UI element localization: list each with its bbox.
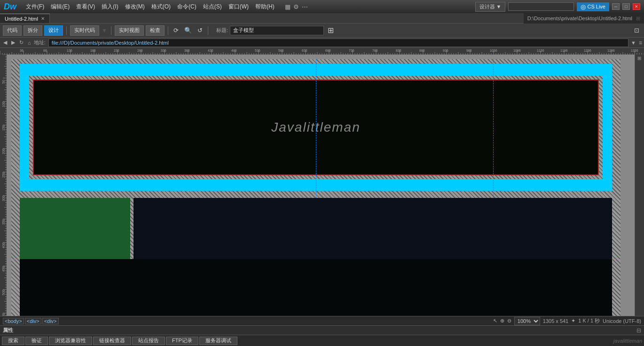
maximize-button[interactable]: □ <box>622 3 630 10</box>
div-very-dark-bottom[interactable] <box>20 259 612 316</box>
menu-format[interactable]: 格式(O) <box>149 2 173 12</box>
breadcrumb-div2[interactable]: <div> <box>42 318 59 324</box>
title-bar: Dw 文件(F) 编辑(E) 查看(V) 插入(I) 修改(M) 格式(O) 命… <box>0 0 644 13</box>
tab-link-checker[interactable]: 链接检查器 <box>93 337 131 345</box>
cs-live-icon: ◎ <box>581 3 586 10</box>
tab-ftp[interactable]: FTP记录 <box>166 337 198 345</box>
close-button[interactable]: ✕ <box>633 3 640 10</box>
live-code-arrow: ▼ <box>102 27 107 34</box>
title-icon[interactable]: ⊞ <box>326 25 336 36</box>
bottom-tab-group: 搜索 验证 浏览器兼容性 链接检查器 站点报告 FTP记录 服务器调试 <box>2 337 237 345</box>
v-ruler-canvas <box>0 55 7 316</box>
div-dark-content[interactable] <box>134 198 612 259</box>
home-button[interactable]: ⌂ <box>26 39 32 46</box>
toolbar-separator-3 <box>168 26 168 35</box>
menu-modify[interactable]: 修改(M) <box>122 2 148 12</box>
status-separator: ✦ <box>571 318 575 324</box>
address-go-icon[interactable]: ≡ <box>639 39 642 46</box>
menu-view[interactable]: 查看(V) <box>73 2 98 12</box>
breadcrumb: <body> <div> <div> <box>3 318 59 324</box>
panel-collapse-icon[interactable]: ⊟ <box>636 327 641 334</box>
tab-browser-compat[interactable]: 浏览器兼容性 <box>49 337 92 345</box>
designer-button[interactable]: 设计器 ▼ <box>475 2 506 12</box>
right-panel: ⊞ <box>635 55 644 316</box>
tab-label: Untitled-2.html <box>5 16 38 22</box>
body-hatch-wrapper: Javalittleman <box>11 59 620 316</box>
tab-row: Untitled-2.html ✕ D:\Documents\private\D… <box>0 13 644 24</box>
split-button[interactable]: 拆分 <box>24 25 42 36</box>
address-bar: ◀ ▶ ↻ ⌂ 地址: ▼ ≡ <box>0 38 644 48</box>
toolbar: 代码 拆分 设计 实时代码 ▼ 实时视图 检查 ⟳ 🔍 ↺ 标题: ⊞ ⊡ <box>0 24 644 38</box>
tab-validate[interactable]: 验证 <box>25 337 48 345</box>
tab-site-report[interactable]: 站点报告 <box>132 337 165 345</box>
search-input[interactable] <box>508 2 574 11</box>
status-bar: <body> <div> <div> ↖ ⊕ ⊖ 100% 1305 x 541… <box>0 316 644 325</box>
menu-edit[interactable]: 编辑(E) <box>48 2 72 12</box>
title-bar-right: 设计器 ▼ ◎ CS Live ─ □ ✕ <box>475 2 640 12</box>
design-button[interactable]: 设计 <box>44 25 63 36</box>
zoom-select[interactable]: 100% <box>514 317 540 325</box>
ruler-canvas <box>0 48 644 55</box>
menu-file[interactable]: 文件(F) <box>23 2 47 12</box>
sync-icon[interactable]: ↺ <box>196 26 204 35</box>
path-bar: D:\Documents\private\Desktop\Untitled-2.… <box>524 13 644 24</box>
toolbar-separator-4 <box>208 26 208 35</box>
menu-command[interactable]: 命令(C) <box>174 2 199 12</box>
vertical-ruler <box>0 55 7 316</box>
breadcrumb-body[interactable]: <body> <box>3 318 24 324</box>
tab-bar: Untitled-2.html ✕ <box>0 13 524 24</box>
title-bar-left: Dw 文件(F) 编辑(E) 查看(V) 插入(I) 修改(M) 格式(O) 命… <box>4 2 308 12</box>
address-label: 地址: <box>34 39 46 46</box>
toolbar-icon-grid[interactable]: ▦ <box>285 3 291 10</box>
tab-server-debug[interactable]: 服务器调试 <box>199 337 237 345</box>
toolbar-icon-extend[interactable]: ⋯ <box>302 3 308 10</box>
status-encoding: Unicode (UTF-8) <box>603 318 641 324</box>
tab-untitled[interactable]: Untitled-2.html ✕ <box>0 14 50 23</box>
toolbar-separator-2 <box>111 26 111 35</box>
live-code-button[interactable]: 实时代码 <box>70 25 99 36</box>
breadcrumb-div1[interactable]: <div> <box>25 318 41 324</box>
div-margin-box[interactable]: Javalittleman <box>20 64 612 191</box>
magnify-icon[interactable]: 🔍 <box>182 26 194 35</box>
title-label: 标题: <box>216 27 228 34</box>
status-right: ↖ ⊕ ⊖ 100% 1305 x 541 ✦ 1 K / 1 秒 Unicod… <box>493 317 641 325</box>
canvas-wrapper: Javalittleman <box>7 55 635 316</box>
menu-help[interactable]: 帮助(H) <box>252 2 277 12</box>
toolbar-separator-1 <box>66 26 67 35</box>
right-panel-expand[interactable]: ⊞ <box>637 56 642 60</box>
reload-button[interactable]: ↻ <box>18 39 25 46</box>
refresh-icon[interactable]: ⟳ <box>172 26 181 35</box>
menu-window[interactable]: 窗口(W) <box>226 2 251 12</box>
menu-site[interactable]: 站点(S) <box>200 2 225 12</box>
minimize-button[interactable]: ─ <box>612 3 620 10</box>
code-button[interactable]: 代码 <box>3 25 22 36</box>
guide-v-right <box>493 59 494 200</box>
status-size: 1 K / 1 秒 <box>578 317 600 324</box>
bottom-tabs: 搜索 验证 浏览器兼容性 链接检查器 站点报告 FTP记录 服务器调试 java… <box>0 335 644 346</box>
status-zoom-icon: ⊕ <box>500 318 504 324</box>
address-dropdown-icon[interactable]: ▼ <box>631 40 636 46</box>
page-title-input[interactable] <box>230 26 324 35</box>
status-zoom-icon2: ⊖ <box>507 318 511 324</box>
file-path: D:\Documents\private\Desktop\Untitled-2.… <box>527 16 632 21</box>
address-input[interactable] <box>48 39 628 47</box>
cs-live-button[interactable]: ◎ CS Live <box>577 2 609 11</box>
toolbar-icon-settings[interactable]: ⚙ <box>293 3 299 10</box>
panel-label: 属性 <box>3 327 13 334</box>
panel-expand-icon[interactable]: ⊞ <box>636 16 640 22</box>
tab-close-icon[interactable]: ✕ <box>41 16 45 21</box>
back-button[interactable]: ◀ <box>2 39 8 46</box>
bottom-watermark: javalittleman <box>613 338 642 344</box>
tab-search[interactable]: 搜索 <box>2 337 24 345</box>
menu-bar: 文件(F) 编辑(E) 查看(V) 插入(I) 修改(M) 格式(O) 命令(C… <box>23 2 277 12</box>
inspect-button[interactable]: 检查 <box>146 25 165 36</box>
expand-panel-icon[interactable]: ⊡ <box>632 26 641 35</box>
canvas-area[interactable]: Javalittleman <box>7 55 635 316</box>
status-cursor-icon: ↖ <box>493 318 497 324</box>
forward-button[interactable]: ▶ <box>10 39 16 46</box>
menu-insert[interactable]: 插入(I) <box>99 2 121 12</box>
guide-v-left <box>316 59 316 200</box>
live-view-button[interactable]: 实时视图 <box>115 25 144 36</box>
main-area: Javalittleman <box>0 55 644 316</box>
panel-bar: 属性 ⊟ <box>0 325 644 335</box>
